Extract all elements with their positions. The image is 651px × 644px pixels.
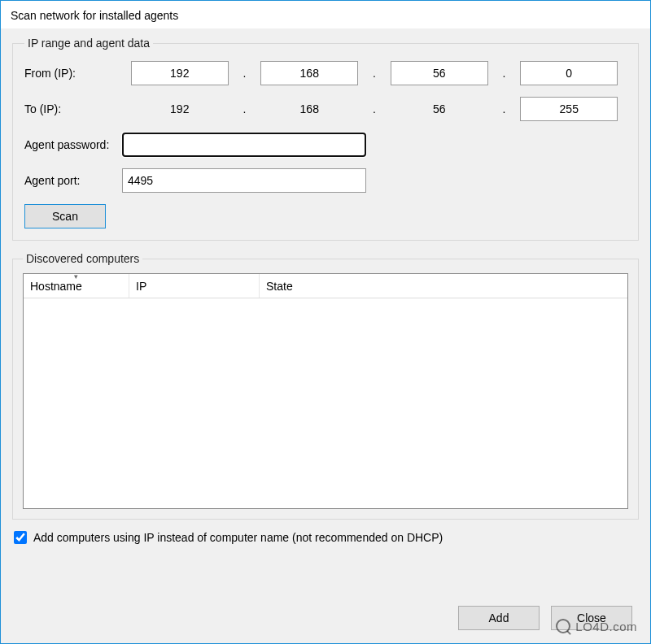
- discovered-list[interactable]: ▾ Hostname IP State: [23, 273, 628, 509]
- column-ip-label: IP: [136, 280, 146, 293]
- to-ip-octet-2: 168: [260, 102, 358, 115]
- use-ip-checkbox-label: Add computers using IP instead of comput…: [33, 531, 443, 544]
- ip-range-group: IP range and agent data From (IP): . . .…: [12, 37, 639, 241]
- to-ip-octet-3: 56: [391, 102, 488, 115]
- from-ip-row: From (IP): . . .: [24, 61, 627, 85]
- to-ip-octet-4[interactable]: [520, 97, 618, 121]
- use-ip-checkbox[interactable]: [14, 531, 27, 544]
- column-ip[interactable]: IP: [129, 274, 260, 298]
- ip-dot: .: [238, 67, 252, 80]
- from-ip-octet-4[interactable]: [520, 61, 618, 85]
- ip-range-legend: IP range and agent data: [24, 37, 153, 50]
- from-ip-octet-3[interactable]: [391, 61, 488, 85]
- chevron-down-icon: ▾: [74, 272, 78, 281]
- to-ip-label: To (IP):: [24, 102, 122, 115]
- from-ip-label: From (IP):: [24, 67, 122, 80]
- to-ip-row: To (IP): 192 . 168 . 56 .: [24, 97, 627, 121]
- discovered-legend: Discovered computers: [23, 252, 142, 265]
- ip-dot: .: [497, 67, 512, 80]
- column-hostname-label: Hostname: [30, 280, 82, 293]
- agent-password-label: Agent password:: [24, 138, 122, 151]
- to-ip-octet-1: 192: [131, 102, 229, 115]
- dialog-footer-buttons: Add Close: [458, 606, 632, 630]
- dialog-window: Scan network for installed agents IP ran…: [0, 0, 651, 644]
- from-ip-octet-1[interactable]: [131, 61, 229, 85]
- use-ip-checkbox-row[interactable]: Add computers using IP instead of comput…: [14, 531, 637, 544]
- column-state-label: State: [266, 280, 293, 293]
- add-button[interactable]: Add: [458, 606, 540, 630]
- list-body[interactable]: [24, 298, 627, 508]
- window-titlebar[interactable]: Scan network for installed agents: [1, 1, 650, 28]
- from-ip-octet-2[interactable]: [260, 61, 358, 85]
- agent-port-row: Agent port:: [24, 168, 627, 193]
- agent-port-label: Agent port:: [24, 174, 122, 187]
- column-state[interactable]: State: [260, 274, 627, 298]
- list-header: ▾ Hostname IP State: [24, 274, 627, 298]
- close-button[interactable]: Close: [551, 606, 632, 630]
- agent-port-field[interactable]: [122, 168, 366, 193]
- agent-password-field[interactable]: [122, 133, 366, 157]
- ip-dot: .: [367, 67, 382, 80]
- dialog-client-area: IP range and agent data From (IP): . . .…: [1, 28, 650, 643]
- column-hostname[interactable]: ▾ Hostname: [24, 274, 129, 298]
- agent-password-row: Agent password:: [24, 133, 627, 157]
- ip-dot: .: [497, 102, 512, 115]
- discovered-group: Discovered computers ▾ Hostname IP State: [12, 252, 639, 520]
- scan-button-row: Scan: [24, 204, 627, 228]
- scan-button[interactable]: Scan: [24, 204, 106, 228]
- ip-dot: .: [367, 102, 382, 115]
- ip-dot: .: [238, 102, 252, 115]
- window-title: Scan network for installed agents: [11, 9, 178, 22]
